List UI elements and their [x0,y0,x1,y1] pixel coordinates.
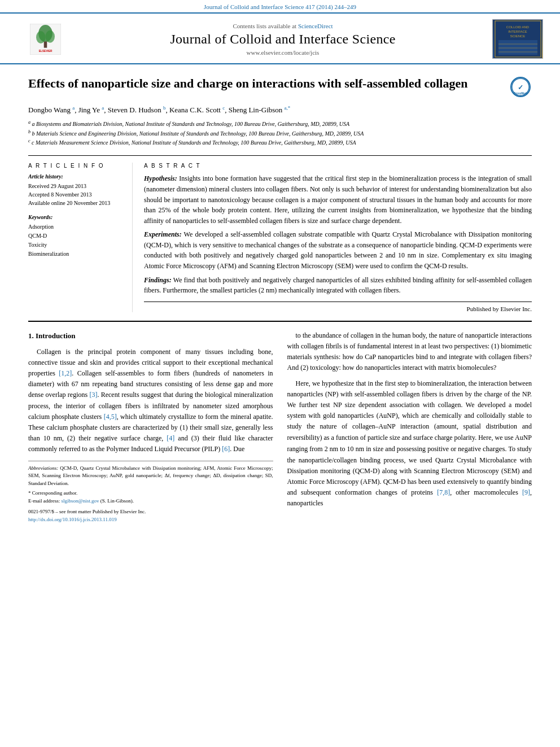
charges-word: charges [483,444,505,453]
intro-para-2: to the abundance of collagen in the huma… [287,330,532,374]
abstract-text: Hypothesis: Insights into bone formation… [144,173,532,296]
body-left-column: 1. Introduction Collagen is the principa… [28,330,273,523]
email-label: E-mail address: [28,498,60,504]
svg-point-3 [45,30,55,42]
svg-text:ELSEVIER: ELSEVIER [38,49,52,52]
article-title: Effects of nanoparticle size and charge … [28,76,509,92]
svg-text:COLLOID AND: COLLOID AND [506,25,529,29]
corresponding-author-line: * Corresponding author. [28,490,273,497]
published-line: Published by Elsevier Inc. [144,302,532,312]
journal-cover-thumbnail: COLLOID AND INTERFACE SCIENCE [492,19,543,59]
article-info-column: A R T I C L E I N F O Article history: R… [28,163,133,312]
introduction-heading: 1. Introduction [28,330,273,342]
abbrev-label: Abbreviations: [28,465,58,471]
body-two-col: 1. Introduction Collagen is the principa… [28,330,532,523]
email-suffix: (S. Lin-Gibson). [100,498,134,504]
available-online-date: Available online 20 November 2013 [28,199,124,207]
experiments-heading: Experiments: [144,230,182,238]
affiliation-c: c c Materials Measurement Science Divisi… [28,138,532,147]
affiliation-b: b b Materials Science and Engineering Di… [28,129,532,138]
issn-line: 0021-9797/$ – see front matter Published… [28,508,273,516]
keyword-biomineralization: Biomineralization [28,250,124,259]
affiliations: a a Biosystems and Biomaterials Division… [28,119,532,147]
body-right-column: to the abundance of collagen in the huma… [287,330,532,523]
findings-heading: Findings: [144,276,172,284]
intro-para-3: Here, we hypothesize that in the first s… [287,378,532,509]
doi-link-line: http://dx.doi.org/10.1016/j.jcis.2013.11… [28,516,273,524]
journal-header-center: Contents lists available at ScienceDirec… [73,23,492,56]
email-line: E-mail address: slgibson@nist.gov (S. Li… [28,497,273,505]
hypothesis-text: Insights into bone formation have sugges… [144,174,532,224]
sciencedirect-link[interactable]: ScienceDirect [298,23,333,29]
svg-rect-4 [43,41,47,47]
main-content: Effects of nanoparticle size and charge … [0,64,560,535]
hypothesis-heading: Hypothesis: [144,174,177,182]
footnotes-section: Abbreviations: QCM-D, Quartz Crystal Mic… [28,461,273,524]
journal-citation-text: Journal of Colloid and Interface Science… [204,3,356,10]
keyword-toxicity: Toxicity [28,241,124,250]
svg-rect-11 [498,40,537,55]
contents-available-line: Contents lists available at ScienceDirec… [73,23,492,29]
abstract-hypothesis: Hypothesis: Insights into bone formation… [144,173,532,226]
intro-para-1: Collagen is the principal protein compon… [28,347,273,455]
journal-title-header: Journal of Colloid and Interface Science [73,32,492,47]
abbrev-text: QCM-D, Quartz Crystal Microbalance with … [28,465,273,486]
svg-text:CrossMark: CrossMark [514,92,528,95]
abbrev-line: Abbreviations: QCM-D, Quartz Crystal Mic… [28,465,273,488]
body-section: 1. Introduction Collagen is the principa… [28,321,532,523]
elsevier-logo: ELSEVIER [17,24,73,55]
email-link[interactable]: slgibson@nist.gov [61,498,99,504]
journal-url: www.elsevier.com/locate/jcis [73,49,492,56]
abstract-title: A B S T R A C T [144,163,532,169]
svg-text:INTERFACE: INTERFACE [508,30,527,33]
doi-link[interactable]: http://dx.doi.org/10.1016/j.jcis.2013.11… [28,517,117,522]
abstract-experiments: Experiments: We developed a self-assembl… [144,229,532,271]
journal-header: ELSEVIER Contents lists available at Sci… [0,12,560,64]
elsevier-logo-area: ELSEVIER [17,24,73,55]
article-history-label: Article history: [28,173,124,180]
svg-text:SCIENCE: SCIENCE [510,34,525,38]
abstract-column: A B S T R A C T Hypothesis: Insights int… [144,163,532,312]
keyword-qcmd: QCM-D [28,231,124,241]
article-info-abstract-section: A R T I C L E I N F O Article history: R… [28,155,532,312]
crossmark-area[interactable]: ✓ CrossMark [509,76,532,98]
keyword-adsorption: Adsorption [28,222,124,231]
doi-section: 0021-9797/$ – see front matter Published… [28,508,273,523]
accepted-date: Accepted 8 November 2013 [28,190,124,199]
findings-text: We find that both positively and negativ… [144,276,532,295]
keywords-label: Keywords: [28,214,124,220]
svg-text:✓: ✓ [518,84,523,91]
corresponding-author-text: * Corresponding author. [28,490,77,496]
journal-citation-bar: Journal of Colloid and Interface Science… [0,0,560,12]
elsevier-tree-icon: ELSEVIER [30,24,61,55]
article-title-section: Effects of nanoparticle size and charge … [28,76,532,98]
article-info-title: A R T I C L E I N F O [28,163,124,169]
journal-cover-image: COLLOID AND INTERFACE SCIENCE [494,20,542,58]
received-date: Received 29 August 2013 [28,182,124,190]
experiments-text: We developed a self-assembled collagen s… [144,230,532,270]
abstract-findings: Findings: We find that both positively a… [144,275,532,296]
crossmark-svg: ✓ CrossMark [511,77,530,97]
authors-line: Dongbo Wang a, Jing Ye a, Steven D. Huds… [28,105,532,115]
affiliation-a: a a Biosystems and Biomaterials Division… [28,119,532,128]
crossmark-icon: ✓ CrossMark [510,77,531,97]
